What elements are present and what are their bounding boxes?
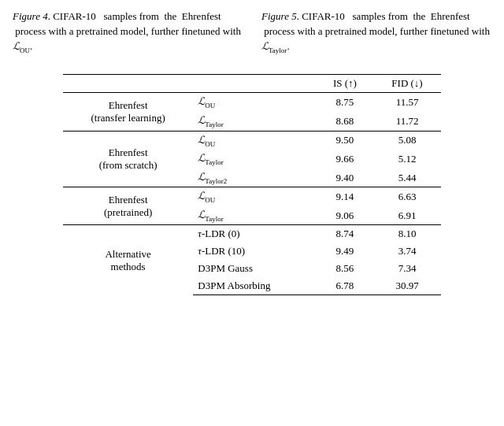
figure-5-loss: ℒTaylor — [261, 40, 287, 52]
fid-cell: 3.74 — [373, 243, 441, 260]
figure-5-label: Figure 5 — [261, 10, 297, 22]
table-row: Alternativemethods τ-LDR (0) 8.74 8.10 — [63, 225, 441, 243]
figures-row: Figure 4. CIFAR-10 samples from the Ehre… — [13, 9, 491, 55]
col-fid: FID (↓) — [373, 75, 441, 93]
figure-4-loss: ℒOU — [13, 40, 30, 52]
method-cell: D3PM Absorbing — [193, 277, 316, 295]
col-method — [193, 75, 316, 93]
group-cell: Ehrenfest(from scratch) — [63, 131, 193, 187]
table-row: Ehrenfest(from scratch) ℒOU 9.50 5.08 — [63, 131, 441, 150]
fid-cell: 11.57 — [373, 93, 441, 112]
fid-cell: 30.97 — [373, 277, 441, 295]
fid-cell: 6.63 — [373, 187, 441, 206]
method-cell: ℒTaylor — [193, 206, 316, 225]
method-cell: D3PM Gauss — [193, 260, 316, 277]
fid-cell: 8.10 — [373, 225, 441, 243]
is-cell: 8.68 — [317, 112, 373, 131]
fid-cell: 5.08 — [373, 131, 441, 150]
group-cell: Ehrenfest(pretrained) — [63, 187, 193, 225]
col-is: IS (↑) — [317, 75, 373, 93]
is-cell: 9.14 — [317, 187, 373, 206]
group-cell: Ehrenfest(transfer learning) — [63, 93, 193, 131]
fid-cell: 6.91 — [373, 206, 441, 225]
fid-cell: 11.72 — [373, 112, 441, 131]
table-row: Ehrenfest(transfer learning) ℒOU 8.75 11… — [63, 93, 441, 112]
method-cell: ℒOU — [193, 93, 316, 112]
figure-5-caption: Figure 5. CIFAR-10 samples from the Ehre… — [261, 9, 491, 55]
figure-4-label: Figure 4 — [13, 10, 48, 22]
is-cell: 6.78 — [317, 277, 373, 295]
is-cell: 8.74 — [317, 225, 373, 243]
method-cell: ℒOU — [193, 187, 316, 206]
fid-cell: 5.12 — [373, 150, 441, 169]
method-cell: ℒTaylor2 — [193, 169, 316, 187]
table-header-row: IS (↑) FID (↓) — [63, 75, 441, 93]
method-cell: τ-LDR (0) — [193, 225, 316, 243]
is-cell: 9.66 — [317, 150, 373, 169]
group-cell: Alternativemethods — [63, 225, 193, 295]
method-cell: ℒOU — [193, 131, 316, 150]
is-cell: 9.06 — [317, 206, 373, 225]
fid-cell: 5.44 — [373, 169, 441, 187]
method-cell: ℒTaylor — [193, 112, 316, 131]
is-cell: 8.75 — [317, 93, 373, 112]
is-cell: 9.49 — [317, 243, 373, 260]
is-cell: 8.56 — [317, 260, 373, 277]
method-cell: τ-LDR (10) — [193, 243, 316, 260]
col-group — [63, 75, 193, 93]
is-cell: 9.40 — [317, 169, 373, 187]
method-cell: ℒTaylor — [193, 150, 316, 169]
fid-cell: 7.34 — [373, 260, 441, 277]
is-cell: 9.50 — [317, 131, 373, 150]
results-table: IS (↑) FID (↓) Ehrenfest(transfer learni… — [63, 74, 441, 295]
figure-4-caption: Figure 4. CIFAR-10 samples from the Ehre… — [13, 9, 243, 55]
table-row: Ehrenfest(pretrained) ℒOU 9.14 6.63 — [63, 187, 441, 206]
table-section: IS (↑) FID (↓) Ehrenfest(transfer learni… — [13, 74, 491, 295]
